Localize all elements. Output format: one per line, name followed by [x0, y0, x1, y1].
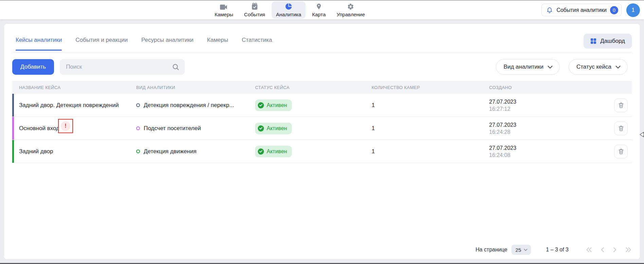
next-page-button[interactable] — [613, 247, 617, 252]
delete-case-button[interactable] — [614, 122, 628, 135]
tabs-bar: Кейсы аналитики События и реакции Ресурс… — [12, 24, 632, 52]
warning-icon: ! — [61, 121, 70, 131]
mouse-cursor-artifact — [639, 131, 644, 138]
column-header: ВИД АНАЛИТИКИ — [136, 85, 255, 90]
column-header: СОЗДАНО — [489, 85, 606, 90]
table-header: НАЗВАНИЕ КЕЙСА ВИД АНАЛИТИКИ СТАТУС КЕЙС… — [12, 81, 632, 94]
camera-count: 1 — [372, 125, 489, 132]
nav-item-cameras[interactable]: Камеры — [210, 1, 238, 19]
search-input[interactable] — [66, 64, 172, 70]
search-icon — [172, 64, 179, 71]
created-time: 16:24:28 — [489, 128, 510, 136]
created-cell: 27.07.2023 16:24:28 — [489, 121, 606, 136]
camera-count: 1 — [372, 102, 489, 109]
top-header: Камеры События Аналитика Карта Управлени… — [0, 0, 644, 19]
nav-item-label: Аналитика — [276, 12, 301, 17]
tab-analytics-resources[interactable]: Ресурсы аналитики — [141, 24, 194, 52]
analytics-type-icon — [136, 103, 140, 107]
status-badge: Активен — [255, 146, 292, 157]
created-cell: 27.07.2023 16:27:12 — [489, 98, 606, 112]
case-name: Задний двор — [19, 148, 53, 155]
map-pin-icon — [316, 3, 322, 10]
nav-item-label: События — [244, 12, 265, 17]
analytics-events-button[interactable]: События аналитики 0 — [541, 4, 622, 16]
analytics-icon — [285, 3, 292, 10]
check-icon — [258, 148, 264, 155]
column-header: КОЛИЧЕСТВО КАМЕР — [372, 85, 489, 90]
dashboard-button[interactable]: Дашборд — [584, 34, 632, 49]
last-page-button[interactable] — [625, 247, 632, 252]
content-card: Кейсы аналитики События и реакции Ресурс… — [4, 24, 640, 259]
tab-statistics[interactable]: Статистика — [242, 24, 272, 52]
per-page-select[interactable]: 25 — [512, 245, 531, 255]
case-color-bar — [12, 117, 14, 140]
gear-icon — [347, 3, 354, 10]
avatar[interactable]: 1 — [626, 3, 640, 17]
dashboard-label: Дашборд — [600, 38, 625, 45]
case-name: Основной вход — [19, 125, 59, 132]
table-row[interactable]: Задний двор Детекция движения Активен 1 — [12, 140, 632, 163]
column-header: СТАТУС КЕЙСА — [255, 85, 372, 90]
warning-annotation-box: ! — [58, 119, 73, 133]
chevron-down-icon — [615, 66, 621, 69]
analytics-type-label: Подсчет посетителей — [144, 125, 208, 132]
first-page-button[interactable] — [586, 247, 592, 252]
created-cell: 27.07.2023 16:24:08 — [489, 144, 606, 159]
events-count-badge: 0 — [610, 6, 618, 14]
analytics-type-filter[interactable]: Вид аналитики — [496, 59, 560, 75]
main-nav: Камеры События Аналитика Карта Управлени… — [210, 1, 370, 19]
chevron-down-icon — [524, 249, 527, 251]
previous-page-button[interactable] — [601, 247, 605, 252]
camera-count: 1 — [372, 148, 489, 155]
bell-icon — [546, 6, 553, 14]
camera-icon — [220, 3, 228, 10]
nav-item-management[interactable]: Управление — [332, 1, 369, 19]
analytics-type-label: Детекция движения — [144, 148, 203, 155]
created-date: 27.07.2023 — [489, 144, 516, 152]
dashboard-grid-icon — [590, 38, 596, 44]
created-date: 27.07.2023 — [489, 98, 516, 105]
table-row[interactable]: Основной вход ! Подсчет посетителей Акти… — [12, 117, 632, 140]
table-row[interactable]: Задний двор. Детекция повреждений Детекц… — [12, 94, 632, 117]
cases-table: НАЗВАНИЕ КЕЙСА ВИД АНАЛИТИКИ СТАТУС КЕЙС… — [12, 81, 632, 163]
check-icon — [258, 102, 264, 108]
analytics-type-icon — [136, 149, 140, 153]
check-icon — [258, 125, 264, 131]
content-area: Кейсы аналитики События и реакции Ресурс… — [0, 19, 644, 262]
tab-events-reactions[interactable]: События и реакции — [75, 24, 128, 52]
delete-case-button[interactable] — [614, 145, 628, 158]
status-badge: Активен — [255, 100, 292, 111]
status-badge: Активен — [255, 123, 292, 134]
tab-analytics-cases[interactable]: Кейсы аналитики — [16, 24, 62, 52]
created-time: 16:24:08 — [489, 152, 510, 159]
case-color-bar — [12, 140, 14, 163]
per-page-label: На странице — [476, 247, 507, 253]
nav-item-analytics[interactable]: Аналитика — [272, 1, 306, 19]
case-color-bar — [12, 94, 14, 117]
add-case-button[interactable]: Добавить — [12, 59, 54, 75]
chevron-down-icon — [548, 66, 553, 69]
pagination-bar: На странице 25 1 – 3 of 3 — [12, 244, 632, 259]
nav-item-label: Камеры — [215, 12, 233, 17]
analytics-type-icon — [136, 126, 140, 130]
case-status-filter[interactable]: Статус кейса — [569, 59, 628, 75]
created-time: 16:27:12 — [489, 105, 510, 112]
nav-item-map[interactable]: Карта — [308, 1, 330, 19]
analytics-type-label: Детекция повреждения / перекр... — [144, 102, 241, 109]
created-date: 27.07.2023 — [489, 121, 516, 128]
delete-case-button[interactable] — [614, 99, 628, 112]
events-icon — [251, 3, 258, 10]
analytics-events-label: События аналитики — [556, 7, 607, 13]
toolbar: Добавить Вид аналитики Статус кейса — [12, 59, 632, 75]
nav-item-label: Карта — [312, 12, 326, 17]
pagination-range: 1 – 3 of 3 — [546, 247, 569, 253]
search-box[interactable] — [60, 59, 185, 75]
nav-item-events[interactable]: События — [240, 1, 270, 19]
column-header: НАЗВАНИЕ КЕЙСА — [19, 85, 136, 90]
nav-item-label: Управление — [337, 12, 365, 17]
tab-cameras[interactable]: Камеры — [207, 24, 228, 52]
case-name: Задний двор. Детекция повреждений — [19, 102, 119, 109]
